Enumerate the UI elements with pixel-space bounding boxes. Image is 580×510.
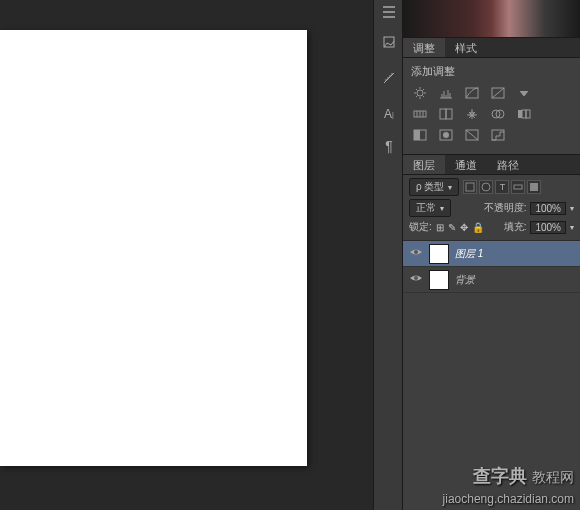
vertical-toolbar: A| ¶ [373,0,403,510]
svg-rect-2 [466,88,478,98]
blend-mode-dropdown[interactable]: 正常 [409,199,451,217]
right-panels: 调整 样式 添加调整 图层 通道 路径 [403,0,580,510]
layer-thumbnail[interactable] [429,244,449,264]
visibility-eye-icon[interactable] [409,247,423,261]
svg-rect-19 [466,183,474,191]
tab-channels[interactable]: 通道 [445,155,487,174]
tab-styles[interactable]: 样式 [445,38,487,57]
filter-shape-icon[interactable] [511,180,525,194]
tab-adjustments[interactable]: 调整 [403,38,445,57]
brightness-icon[interactable] [411,85,429,101]
vibrance-icon[interactable] [411,106,429,122]
adjustments-tabs: 调整 样式 [403,38,580,58]
exposure-icon[interactable] [489,85,507,101]
layer-kind-dropdown[interactable]: ρ 类型 [409,178,459,196]
bw-icon[interactable] [489,106,507,122]
lock-trans-icon[interactable]: ⊞ [436,222,444,233]
opacity-label: 不透明度: [484,201,527,215]
svg-point-23 [414,250,418,254]
tab-paths[interactable]: 路径 [487,155,529,174]
threshold-icon[interactable] [463,127,481,143]
layer-item[interactable]: 背景 [403,267,580,293]
document-canvas[interactable] [0,30,307,466]
lock-label: 锁定: [409,220,432,234]
layers-tabs: 图层 通道 路径 [403,155,580,175]
layer-item[interactable]: 图层 1 [403,241,580,267]
filter-type-icon[interactable]: T [495,180,509,194]
gradient-map-icon[interactable] [489,127,507,143]
layer-thumbnail[interactable] [429,270,449,290]
svg-point-16 [443,132,449,138]
color-balance-icon[interactable] [463,106,481,122]
filter-pixel-icon[interactable] [463,180,477,194]
ruler-tool-icon[interactable] [374,66,404,90]
type-tool-icon[interactable]: A| [374,102,404,126]
svg-rect-10 [518,110,522,118]
tab-layers[interactable]: 图层 [403,155,445,174]
visibility-eye-icon[interactable] [409,273,423,287]
svg-point-20 [482,183,490,191]
layer-list: 图层 1 背景 [403,241,580,510]
lock-all-icon[interactable]: 🔒 [472,222,484,233]
svg-point-24 [414,276,418,280]
posterize-icon[interactable] [437,127,455,143]
paragraph-tool-icon[interactable]: ¶ [374,134,404,158]
menu-icon[interactable] [374,0,404,24]
filter-smart-icon[interactable] [527,180,541,194]
layers-controls: ρ 类型 T 正常 不透明度: 100% ▾ 锁定: ⊞ ✎ ✥ [403,175,580,241]
svg-rect-14 [414,130,420,140]
levels-icon[interactable] [437,85,455,101]
fill-value[interactable]: 100% [530,221,566,234]
hand-tool-icon[interactable] [374,30,404,54]
svg-rect-12 [526,110,530,118]
adjustments-title: 添加调整 [411,64,572,79]
svg-rect-11 [522,110,526,118]
lock-paint-icon[interactable]: ✎ [448,222,456,233]
layers-panel: 图层 通道 路径 ρ 类型 T 正常 不透明度: 100% ▾ [403,155,580,510]
curves-icon[interactable] [463,85,481,101]
layer-name: 背景 [455,273,475,287]
photo-filter-icon[interactable] [515,106,533,122]
svg-rect-22 [530,183,538,191]
lock-pos-icon[interactable]: ✥ [460,222,468,233]
hue-icon[interactable] [437,106,455,122]
adjustments-panel: 添加调整 [403,58,580,155]
dropdown-icon[interactable] [515,85,533,101]
fill-label: 填充: [504,220,527,234]
layer-name: 图层 1 [455,247,483,261]
svg-rect-6 [446,109,452,119]
svg-rect-5 [440,109,446,119]
color-swatch-preview[interactable] [403,0,580,38]
svg-point-1 [417,90,423,96]
invert-icon[interactable] [411,127,429,143]
svg-rect-21 [514,185,522,189]
opacity-value[interactable]: 100% [530,202,566,215]
filter-adjust-icon[interactable] [479,180,493,194]
canvas-viewport [0,0,373,510]
